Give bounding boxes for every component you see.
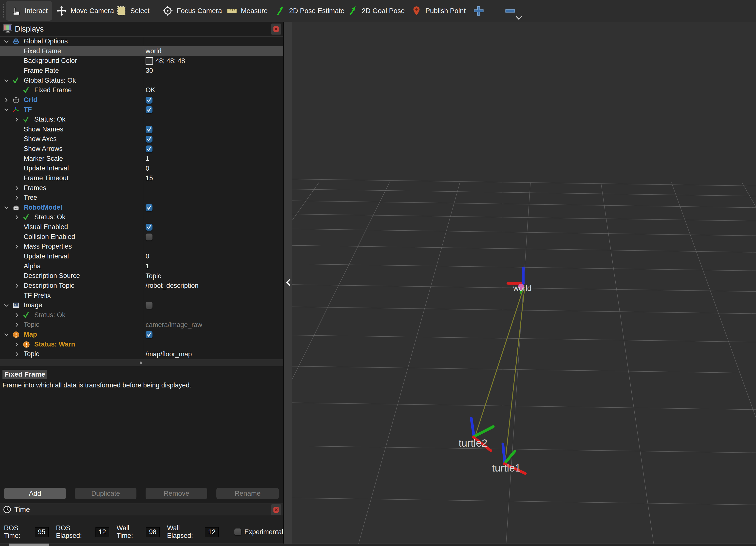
tree-row-frames[interactable]: Frames xyxy=(0,183,283,193)
tree-row-show-arrows[interactable]: Show Arrows xyxy=(0,144,283,154)
chevron-right-icon[interactable] xyxy=(3,97,9,103)
chevron-down-icon[interactable] xyxy=(3,302,9,308)
checkbox-checked[interactable] xyxy=(146,331,152,338)
tree-row-robotmodel[interactable]: RobotModel xyxy=(0,203,283,213)
tree-row-tree[interactable]: Tree xyxy=(0,193,283,203)
add-button[interactable]: Add xyxy=(4,488,66,499)
chevron-right-icon[interactable] xyxy=(14,185,20,191)
tree-row-grid[interactable]: Grid xyxy=(0,95,283,105)
rename-button[interactable]: Rename xyxy=(216,488,279,499)
value-text[interactable]: world xyxy=(146,46,162,56)
tree-row-status-warn[interactable]: Status: Warn xyxy=(0,339,283,349)
chevron-right-icon[interactable] xyxy=(14,283,20,289)
chevron-right-icon[interactable] xyxy=(14,312,20,318)
chevron-right-icon[interactable] xyxy=(14,214,20,220)
tree-row-mass-properties[interactable]: Mass Properties xyxy=(0,242,283,252)
tree-row-tf-prefix[interactable]: TF Prefix xyxy=(0,291,283,300)
tree-row-visual-enabled[interactable]: Visual Enabled xyxy=(0,222,283,232)
chevron-right-icon[interactable] xyxy=(14,341,20,347)
value-text[interactable]: /robot_description xyxy=(146,281,199,291)
value-text[interactable]: camera/image_raw xyxy=(146,320,202,330)
wall-elapsed-value[interactable]: 12 xyxy=(205,527,219,537)
window-resize-grip[interactable] xyxy=(9,544,49,546)
value-text[interactable]: 1 xyxy=(146,154,149,164)
chevron-down-icon[interactable] xyxy=(3,38,9,44)
value-text[interactable]: Topic xyxy=(146,271,161,281)
time-close-button[interactable] xyxy=(271,504,281,515)
checkbox-checked[interactable] xyxy=(146,146,152,152)
tree-row-update-interval[interactable]: Update Interval0 xyxy=(0,252,283,262)
tree-help-splitter[interactable] xyxy=(0,359,283,366)
tree-row-topic[interactable]: Topiccamera/image_raw xyxy=(0,320,283,330)
chevron-right-icon[interactable] xyxy=(14,195,20,201)
tool-interact[interactable]: Interact xyxy=(6,1,52,21)
value-text[interactable]: 0 xyxy=(146,252,149,262)
chevron-down-icon[interactable] xyxy=(3,332,9,337)
tree-row-marker-scale[interactable]: Marker Scale1 xyxy=(0,154,283,164)
chevron-right-icon[interactable] xyxy=(14,244,20,250)
color-swatch[interactable] xyxy=(146,57,153,65)
3d-scene[interactable]: worldturtle2turtle1 xyxy=(292,22,756,544)
value-text[interactable]: 15 xyxy=(146,173,153,183)
chevron-down-icon[interactable] xyxy=(3,205,9,211)
value-text[interactable]: OK xyxy=(146,85,155,95)
tree-row-update-interval[interactable]: Update Interval0 xyxy=(0,164,283,173)
tree-row-frame-timeout[interactable]: Frame Timeout15 xyxy=(0,173,283,183)
value-text[interactable]: /map/floor_map xyxy=(146,349,192,359)
tool-select[interactable]: Select xyxy=(112,1,154,21)
tool-2d-goal-pose[interactable]: 2D Goal Pose xyxy=(343,1,409,21)
wall-time-value[interactable]: 98 xyxy=(146,527,160,537)
checkbox-checked[interactable] xyxy=(146,97,152,104)
toolbar-overflow-button[interactable] xyxy=(515,14,523,21)
tree-row-description-source[interactable]: Description SourceTopic xyxy=(0,271,283,281)
tree-row-tf[interactable]: TF xyxy=(0,105,283,115)
checkbox-checked[interactable] xyxy=(146,106,152,113)
checkbox-checked[interactable] xyxy=(146,126,152,133)
tree-row-fixed-frame[interactable]: Fixed FrameOK xyxy=(0,85,283,95)
tree-row-background-color[interactable]: Background Color48; 48; 48 xyxy=(0,56,283,66)
tool-move-camera[interactable]: Move Camera xyxy=(52,1,118,21)
tree-row-alpha[interactable]: Alpha1 xyxy=(0,262,283,271)
tree-row-status-ok[interactable]: Status: Ok xyxy=(0,212,283,222)
tree-row-topic[interactable]: Topic/map/floor_map xyxy=(0,349,283,359)
checkbox-checked[interactable] xyxy=(146,204,152,211)
tree-row-frame-rate[interactable]: Frame Rate30 xyxy=(0,66,283,76)
collapse-panel-icon[interactable] xyxy=(285,278,291,286)
tree-row-show-names[interactable]: Show Names xyxy=(0,125,283,134)
ros-time-value[interactable]: 95 xyxy=(35,527,49,537)
value-text[interactable]: 0 xyxy=(146,164,149,173)
3d-viewport[interactable]: worldturtle2turtle1 xyxy=(292,22,756,544)
chevron-right-icon[interactable] xyxy=(14,117,20,123)
tool-2d-pose-estimate[interactable]: 2D Pose Estimate xyxy=(270,1,349,21)
experimental-checkbox[interactable] xyxy=(234,528,241,535)
tree-row-status-ok[interactable]: Status: Ok xyxy=(0,310,283,320)
tree-row-status-ok[interactable]: Status: Ok xyxy=(0,115,283,125)
chevron-down-icon[interactable] xyxy=(3,107,9,113)
checkbox-unchecked[interactable] xyxy=(146,234,152,241)
tool-measure[interactable]: Measure xyxy=(222,1,272,21)
checkbox-unchecked[interactable] xyxy=(146,302,152,309)
tool-publish-point[interactable]: Publish Point xyxy=(407,1,470,21)
tree-row-fixed-frame[interactable]: Fixed Frameworld xyxy=(0,46,283,56)
tree-row-global-options[interactable]: Global Options xyxy=(0,37,283,46)
chevron-right-icon[interactable] xyxy=(14,322,20,328)
tree-row-global-status-ok[interactable]: Global Status: Ok xyxy=(0,76,283,86)
tool-focus-camera[interactable]: Focus Camera xyxy=(158,1,227,21)
displays-close-button[interactable] xyxy=(271,23,281,35)
tree-row-image[interactable]: Image xyxy=(0,300,283,310)
tree-row-show-axes[interactable]: Show Axes xyxy=(0,134,283,144)
checkbox-checked[interactable] xyxy=(146,136,152,143)
tree-row-description-topic[interactable]: Description Topic/robot_description xyxy=(0,281,283,291)
chevron-right-icon[interactable] xyxy=(14,351,20,357)
duplicate-button[interactable]: Duplicate xyxy=(75,488,136,499)
value-text[interactable]: 1 xyxy=(146,262,149,271)
remove-tool-button[interactable] xyxy=(505,5,516,16)
value-text[interactable]: 30 xyxy=(146,66,153,76)
add-tool-button[interactable] xyxy=(473,5,484,16)
panel-viewport-splitter[interactable] xyxy=(283,22,293,544)
tree-row-map[interactable]: Map xyxy=(0,330,283,339)
ros-elapsed-value[interactable]: 12 xyxy=(95,527,109,537)
tree-row-collision-enabled[interactable]: Collision Enabled xyxy=(0,232,283,242)
remove-button[interactable]: Remove xyxy=(146,488,207,499)
checkbox-checked[interactable] xyxy=(146,224,152,231)
